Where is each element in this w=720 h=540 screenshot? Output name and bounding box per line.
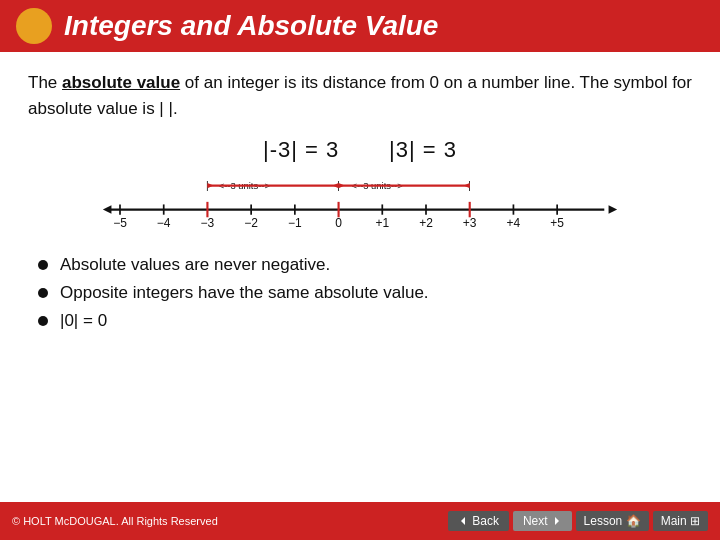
- svg-text:+1: +1: [375, 216, 389, 230]
- svg-marker-37: [555, 517, 559, 525]
- svg-text:−1: −1: [288, 216, 302, 230]
- svg-text:−5: −5: [113, 216, 127, 230]
- svg-text:+5: +5: [550, 216, 564, 230]
- footer: © HOLT McDOUGAL. All Rights Reserved Bac…: [0, 502, 720, 540]
- svg-marker-12: [103, 205, 112, 214]
- lesson-button[interactable]: Lesson 🏠: [576, 511, 649, 531]
- footer-nav: Back Next Lesson 🏠 Main ⊞: [448, 511, 708, 531]
- numberline-section: | <--3 units--> | <--3 units--> |: [50, 177, 670, 237]
- page-title: Integers and Absolute Value: [64, 10, 438, 42]
- bullet-item: Opposite integers have the same absolute…: [38, 283, 682, 303]
- intro-before: The: [28, 73, 62, 92]
- bullet-item: |0| = 0: [38, 311, 682, 331]
- svg-text:+3: +3: [463, 216, 477, 230]
- svg-marker-10: [464, 183, 470, 188]
- bullet-dot: [38, 316, 48, 326]
- main-content: The absolute value of an integer is its …: [0, 52, 720, 349]
- numberline-svg: | <--3 units--> | <--3 units--> |: [50, 177, 670, 237]
- example2: |3| = 3: [389, 137, 457, 162]
- intro-paragraph: The absolute value of an integer is its …: [28, 70, 692, 121]
- next-button[interactable]: Next: [513, 511, 572, 531]
- main-label: Main: [661, 514, 687, 528]
- next-icon: [552, 516, 562, 526]
- bullet-dot: [38, 260, 48, 270]
- main-icon: ⊞: [690, 514, 700, 528]
- svg-marker-6: [207, 183, 213, 188]
- intro-bold: absolute value: [62, 73, 180, 92]
- back-button[interactable]: Back: [448, 511, 509, 531]
- svg-marker-9: [339, 183, 345, 188]
- examples-line: |-3| = 3 |3| = 3: [28, 137, 692, 163]
- svg-text:0: 0: [335, 216, 342, 230]
- bullet-item: Absolute values are never negative.: [38, 255, 682, 275]
- example1: |-3| = 3: [263, 137, 339, 162]
- back-label: Back: [472, 514, 499, 528]
- svg-marker-7: [333, 183, 339, 188]
- lesson-icon: 🏠: [626, 514, 641, 528]
- svg-marker-36: [461, 517, 465, 525]
- next-label: Next: [523, 514, 548, 528]
- back-icon: [458, 516, 468, 526]
- bullets-section: Absolute values are never negative. Oppo…: [28, 255, 692, 331]
- bullet-dot: [38, 288, 48, 298]
- svg-text:−3: −3: [201, 216, 215, 230]
- bullet-text-3: |0| = 0: [60, 311, 107, 331]
- svg-text:+4: +4: [507, 216, 521, 230]
- bullet-text-2: Opposite integers have the same absolute…: [60, 283, 429, 303]
- lesson-label: Lesson: [584, 514, 623, 528]
- header-icon: [16, 8, 52, 44]
- svg-text:−2: −2: [244, 216, 258, 230]
- copyright-text: © HOLT McDOUGAL. All Rights Reserved: [12, 515, 218, 527]
- svg-marker-13: [609, 205, 618, 214]
- header: Integers and Absolute Value: [0, 0, 720, 52]
- svg-text:−4: −4: [157, 216, 171, 230]
- bullet-text-1: Absolute values are never negative.: [60, 255, 330, 275]
- main-button[interactable]: Main ⊞: [653, 511, 708, 531]
- svg-text:+2: +2: [419, 216, 433, 230]
